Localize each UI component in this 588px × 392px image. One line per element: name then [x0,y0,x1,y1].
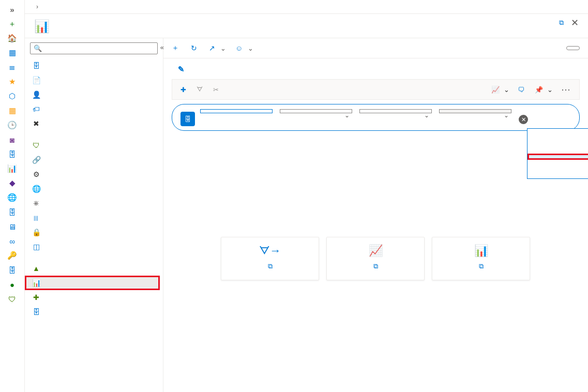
refresh-button[interactable]: ↻ [191,44,200,52]
shield-icon: 🛡 [32,141,40,149]
chart-type-dropdown[interactable]: 📈 ⌄ [491,86,509,94]
home-icon[interactable]: 🏠 [7,33,18,43]
service-icon-9[interactable]: 🗄 [7,207,18,217]
service-icon-1[interactable]: ⬡ [7,91,18,101]
metric-filter-row: 🗄 ⌄ ⌄ ⌄ ✕ ▴▾ [172,104,580,131]
service-icon-5[interactable]: 🗄 [7,149,18,159]
service-icon-8[interactable]: 🌐 [7,192,18,203]
search-icon: 🔍 [34,44,42,52]
service-icon-2[interactable]: ▦ [7,105,18,116]
service-icon-6[interactable]: 📊 [7,163,18,174]
favorites-icon[interactable]: ★ [7,77,18,87]
nav-item-connection-strings[interactable]: 🔗 [25,153,160,167]
add-metric-icon: ✚ [180,86,186,94]
share-button[interactable]: ↗ ⌄ [209,44,226,52]
new-alert-rule-button[interactable]: 🗨 [518,86,526,94]
service-icon-11[interactable]: ∞ [7,236,18,246]
expand-icon[interactable]: » [7,4,18,14]
left-rail: » ＋ 🏠 ▦ ≣ ★ ⬡ ▦ 🕒 ◙ 🗄 📊 ◆ 🌐 🗄 🖥 ∞ 🔑 🗄 ● … [0,0,25,392]
edit-title-icon[interactable]: ✎ [178,65,185,74]
nav-item-replication[interactable]: 🌐 [25,182,160,196]
service-icon-4[interactable]: ◙ [7,134,18,145]
add-filter-button[interactable]: ᗊ [197,85,205,94]
search-input[interactable] [44,44,154,52]
gear-icon: ⚙ [32,170,40,178]
nav-item-overview[interactable]: 🗄 [25,58,160,73]
namespace-selector[interactable]: ⌄ [280,109,352,113]
nav-item-locks[interactable]: 🔒 [25,225,160,239]
alert-icon: 🗨 [518,86,524,94]
documentation-link[interactable]: ⧉ [559,19,564,27]
create-resource-icon[interactable]: ＋ [7,19,18,29]
service-icon-15[interactable]: 🛡 [7,294,18,304]
remove-metric-button[interactable]: ✕ [519,115,528,124]
chevron-down-icon: ⌄ [504,112,509,119]
nav-item-connection-security[interactable]: 🛡 [25,138,160,153]
feedback-icon: ☺ [235,44,243,52]
pin-to-dashboard-button[interactable]: 📌 ⌄ [535,86,553,94]
nav-item-diagnose[interactable]: ✖ [25,116,160,131]
help-card-custom-dashboards[interactable]: 📊 ⧉ [432,237,530,280]
filter-icon: ᗊ [197,85,203,94]
metric-option[interactable] [527,141,588,147]
nav-item-pricing-tier[interactable]: ⛯ [25,196,160,210]
more-actions-button[interactable]: ⋯ [561,84,571,95]
metric-option[interactable] [527,160,588,166]
resource-selector[interactable] [200,109,273,113]
nav-search[interactable]: 🔍 [30,42,158,54]
service-icon-13[interactable]: 🗄 [7,265,18,275]
add-metric-button[interactable]: ✚ [180,86,188,94]
nav-item-diagnostic-settings[interactable]: ✚ [25,290,160,305]
lock-icon: 🔒 [32,228,40,236]
diagnose-icon: ✖ [32,119,40,128]
replication-icon: 🌐 [32,185,40,193]
metric-option[interactable] [527,135,588,141]
custom-dashboards-icon: 📊 [439,244,523,258]
nav-item-server-parameters[interactable]: ⚙ [25,167,160,182]
time-range-picker[interactable] [566,46,580,50]
multiple-metrics-icon: 📈 [333,244,418,258]
nav-item-export-template[interactable]: ◫ [25,239,160,254]
help-card-multiple-metrics[interactable]: 📈 ⧉ [326,237,425,280]
new-chart-button[interactable]: ＋ [172,43,182,53]
metric-option[interactable] [527,147,588,154]
metric-option[interactable] [527,166,588,172]
metric-selector[interactable]: ⌄ [359,109,432,113]
service-icon-10[interactable]: 🖥 [7,221,18,232]
nav-item-metrics[interactable]: 📊 [25,276,160,290]
nav-item-activity-log[interactable]: 📄 [25,73,160,87]
all-services-icon[interactable]: ≣ [7,62,18,72]
metric-option-replication-lag[interactable] [527,154,588,160]
alerts-icon: ▲ [32,264,40,273]
metrics-header-icon: 📊 [34,19,50,34]
chevron-down-icon: ⌄ [504,86,509,94]
service-icon-14[interactable]: ● [7,279,18,290]
metric-dropdown: ▴▾ [527,128,588,179]
refresh-icon: ↻ [191,44,197,52]
service-icon-12[interactable]: 🔑 [7,250,18,261]
feedback-button[interactable]: ☺ ⌄ [235,44,253,52]
service-icon-3[interactable]: 🕒 [7,120,18,130]
plus-icon: ＋ [172,43,179,53]
settings-header [25,131,160,138]
chevron-down-icon: ⌄ [424,112,429,119]
share-icon: ↗ [209,44,215,52]
close-blade-button[interactable]: ✕ [571,17,579,28]
dashboard-icon[interactable]: ▦ [7,48,18,58]
filter-split-icon: ᗊ→ [228,244,312,258]
metric-option[interactable] [527,129,588,135]
nav-item-alerts[interactable]: ▲ [25,261,160,276]
server-logs-icon: 🗄 [32,308,40,316]
service-icon-7[interactable]: ◆ [7,178,18,188]
aggregation-selector: ⌄ [439,109,511,113]
nav-item-tags[interactable]: 🏷 [25,102,160,116]
nav-item-access-control[interactable]: 👤 [25,87,160,102]
apply-splitting-button[interactable]: ✂ [213,86,221,94]
nav-item-server-logs[interactable]: 🗄 [25,305,160,319]
collapse-nav-icon[interactable]: « [160,43,164,51]
pin-icon: 📌 [535,86,543,94]
nav-item-properties[interactable]: ⫼ [25,210,160,225]
help-card-filter-split[interactable]: ᗊ→ ⧉ [221,237,319,280]
metrics-icon: 📊 [32,279,40,287]
metric-option[interactable] [527,172,588,178]
